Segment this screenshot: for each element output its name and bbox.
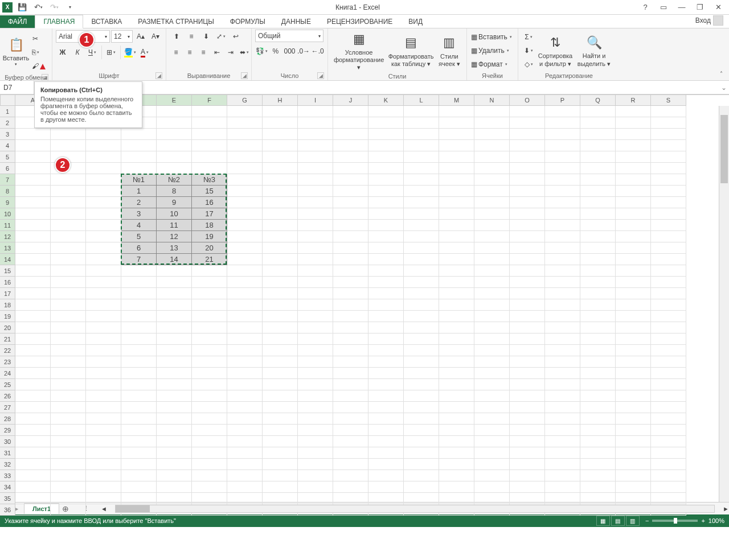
cell-P15[interactable]: [545, 265, 580, 277]
cell-Q18[interactable]: [580, 299, 616, 311]
cell-B13[interactable]: [51, 242, 86, 254]
cell-F9[interactable]: 16: [192, 197, 227, 208]
view-normal-button[interactable]: ▦: [596, 516, 610, 526]
cell-N18[interactable]: [474, 299, 510, 311]
cell-R1[interactable]: [616, 106, 651, 117]
cell-F5[interactable]: [192, 151, 227, 163]
cell-S5[interactable]: [651, 151, 686, 163]
cell-Q9[interactable]: [580, 197, 616, 208]
cell-F26[interactable]: [192, 390, 227, 402]
cell-R4[interactable]: [616, 140, 651, 151]
cell-M23[interactable]: [439, 356, 474, 368]
cell-C6[interactable]: [86, 163, 121, 174]
cell-L4[interactable]: [404, 140, 439, 151]
cell-L21[interactable]: [404, 333, 439, 345]
cell-G28[interactable]: [227, 413, 263, 425]
cell-F23[interactable]: [192, 356, 227, 368]
cell-J9[interactable]: [333, 197, 368, 208]
cell-N24[interactable]: [474, 368, 510, 379]
cell-K3[interactable]: [368, 129, 404, 140]
cell-Q30[interactable]: [580, 436, 616, 447]
row-header-1[interactable]: 1: [0, 106, 15, 117]
cell-L26[interactable]: [404, 390, 439, 402]
cell-L5[interactable]: [404, 151, 439, 163]
cell-L34[interactable]: [404, 481, 439, 493]
align-bottom-button[interactable]: ⬇: [200, 30, 212, 43]
cell-P25[interactable]: [545, 379, 580, 390]
cell-O23[interactable]: [510, 356, 545, 368]
cell-J30[interactable]: [333, 436, 368, 447]
cell-G26[interactable]: [227, 390, 263, 402]
cell-D33[interactable]: [121, 470, 157, 481]
qat-customize[interactable]: ▾: [64, 1, 76, 14]
cell-K20[interactable]: [368, 322, 404, 333]
cell-G34[interactable]: [227, 481, 263, 493]
cell-F1[interactable]: [192, 106, 227, 117]
cell-A16[interactable]: [15, 277, 51, 288]
cell-G29[interactable]: [227, 425, 263, 436]
cell-G25[interactable]: [227, 379, 263, 390]
cell-K12[interactable]: [368, 231, 404, 242]
cell-G12[interactable]: [227, 231, 263, 242]
cell-N25[interactable]: [474, 379, 510, 390]
column-header-L[interactable]: L: [404, 95, 439, 106]
cell-E22[interactable]: [157, 345, 192, 356]
cell-D34[interactable]: [121, 481, 157, 493]
cell-I9[interactable]: [298, 197, 333, 208]
cell-O15[interactable]: [510, 265, 545, 277]
row-header-15[interactable]: 15: [0, 265, 15, 277]
cell-R10[interactable]: [616, 208, 651, 220]
cell-F20[interactable]: [192, 322, 227, 333]
cell-F7[interactable]: №3: [192, 174, 227, 186]
cell-N32[interactable]: [474, 459, 510, 470]
cell-E21[interactable]: [157, 333, 192, 345]
cell-E15[interactable]: [157, 265, 192, 277]
cell-O17[interactable]: [510, 288, 545, 299]
cell-H15[interactable]: [263, 265, 298, 277]
cell-B23[interactable]: [51, 356, 86, 368]
cell-P5[interactable]: [545, 151, 580, 163]
cell-H21[interactable]: [263, 333, 298, 345]
cell-R23[interactable]: [616, 356, 651, 368]
cell-R17[interactable]: [616, 288, 651, 299]
cell-L12[interactable]: [404, 231, 439, 242]
cell-N8[interactable]: [474, 186, 510, 197]
cell-A18[interactable]: [15, 299, 51, 311]
cell-D32[interactable]: [121, 459, 157, 470]
select-all-button[interactable]: [0, 94, 15, 106]
cell-P28[interactable]: [545, 413, 580, 425]
cell-O18[interactable]: [510, 299, 545, 311]
minimize-button[interactable]: —: [675, 1, 688, 14]
cell-S13[interactable]: [651, 242, 686, 254]
cell-E31[interactable]: [157, 447, 192, 459]
cell-L31[interactable]: [404, 447, 439, 459]
cell-G17[interactable]: [227, 288, 263, 299]
cell-P6[interactable]: [545, 163, 580, 174]
cell-O5[interactable]: [510, 151, 545, 163]
column-header-S[interactable]: S: [651, 95, 686, 106]
redo-button[interactable]: ↷▾: [48, 1, 60, 14]
cell-A33[interactable]: [15, 470, 51, 481]
cell-J17[interactable]: [333, 288, 368, 299]
cell-L2[interactable]: [404, 117, 439, 129]
cell-O34[interactable]: [510, 481, 545, 493]
cell-I14[interactable]: [298, 254, 333, 265]
column-header-G[interactable]: G: [227, 95, 263, 106]
undo-button[interactable]: ↶▾: [32, 1, 44, 14]
cell-I10[interactable]: [298, 208, 333, 220]
cell-E24[interactable]: [157, 368, 192, 379]
cell-G1[interactable]: [227, 106, 263, 117]
cell-A5[interactable]: [15, 151, 51, 163]
cell-G31[interactable]: [227, 447, 263, 459]
cell-I5[interactable]: [298, 151, 333, 163]
cell-B28[interactable]: [51, 413, 86, 425]
tab-formulas[interactable]: ФОРМУЛЫ: [222, 15, 273, 28]
cell-K30[interactable]: [368, 436, 404, 447]
row-header-24[interactable]: 24: [0, 368, 15, 379]
cell-G27[interactable]: [227, 402, 263, 413]
cell-G18[interactable]: [227, 299, 263, 311]
cell-E3[interactable]: [157, 129, 192, 140]
increase-font-button[interactable]: A▴: [134, 30, 147, 43]
cell-B19[interactable]: [51, 311, 86, 322]
cell-K35[interactable]: [368, 493, 404, 504]
